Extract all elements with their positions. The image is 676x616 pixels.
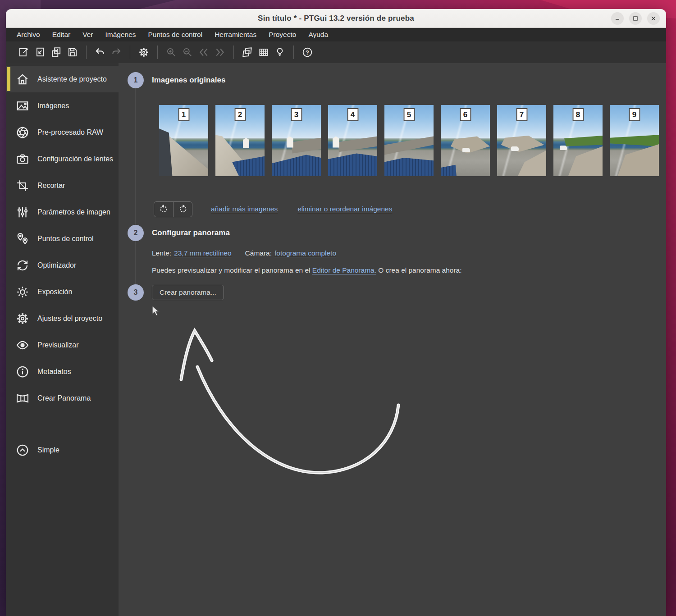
remove-reorder-images-link[interactable]: eliminar o reordenar imágenes: [297, 205, 392, 213]
rotate-cw-button[interactable]: [173, 202, 192, 217]
image-number-badge: 2: [234, 108, 246, 121]
sidebar-item-recortar[interactable]: Recortar: [6, 172, 119, 199]
maximize-button[interactable]: [629, 12, 642, 25]
zoom-in-button[interactable]: [163, 44, 179, 60]
panorama-editor-button[interactable]: [239, 44, 256, 60]
menu-ver[interactable]: Ver: [82, 31, 93, 39]
sidebar-item-simple[interactable]: Simple: [6, 437, 119, 463]
new-project-button[interactable]: [16, 44, 32, 60]
image-number-badge: 9: [629, 108, 640, 121]
rotate-ccw-button[interactable]: [154, 202, 173, 217]
source-images-strip: 1 2 3 4 5 6 7 8 9: [159, 105, 659, 176]
sidebar-item-pre-procesado-raw[interactable]: Pre-procesado RAW: [6, 119, 119, 146]
map-pins-icon: [15, 232, 30, 246]
help-icon: ?: [301, 46, 313, 58]
camera-value-link[interactable]: fotograma completo: [274, 249, 336, 257]
create-panorama-button[interactable]: Crear panorama...: [152, 285, 224, 300]
image-number-badge: 1: [178, 108, 189, 121]
redo-button[interactable]: [108, 44, 124, 60]
previous-image-icon: [198, 46, 210, 58]
sidebar-item-configuracion-de-lentes[interactable]: Configuración de lentes: [6, 146, 119, 172]
source-image-thumbnail[interactable]: 9: [610, 105, 659, 176]
sidebar-item-exposicion[interactable]: Exposición: [6, 278, 119, 305]
undo-button[interactable]: [92, 44, 108, 60]
settings-button[interactable]: [136, 44, 152, 60]
eye-icon: [15, 338, 30, 352]
sidebar-item-label: Metadatos: [37, 368, 71, 376]
toolbar-separator: [233, 46, 234, 59]
rotate-cw-icon: [178, 204, 188, 214]
help-button[interactable]: ?: [299, 44, 315, 60]
open-project-icon: [34, 46, 46, 58]
close-button[interactable]: [647, 12, 660, 25]
sidebar-item-label: Recortar: [37, 182, 65, 190]
sidebar-item-label: Crear Panorama: [37, 394, 91, 402]
detail-viewer-button[interactable]: [256, 44, 272, 60]
source-image-thumbnail[interactable]: 3: [272, 105, 321, 176]
step-3-badge: 3: [128, 284, 144, 301]
open-copy-button[interactable]: [48, 44, 64, 60]
sidebar-item-crear-panorama[interactable]: Crear Panorama: [6, 385, 119, 411]
sidebar-item-label: Puntos de control: [37, 235, 94, 243]
image-number-badge: 3: [291, 108, 302, 121]
panorama-editor-icon: [242, 46, 253, 58]
sidebar-item-metadatos[interactable]: Metadatos: [6, 358, 119, 385]
save-button[interactable]: [64, 44, 81, 60]
lens-camera-line: Lente: 23,7 mm rectilíneo Cámara: fotogr…: [152, 249, 336, 257]
source-image-thumbnail[interactable]: 4: [328, 105, 377, 176]
window-title: Sin título * - PTGui 13.2 versión de pru…: [6, 9, 666, 27]
sidebar-item-label: Previsualizar: [37, 341, 79, 349]
zoom-out-icon: [182, 46, 193, 58]
open-project-button[interactable]: [32, 44, 48, 60]
source-image-thumbnail[interactable]: 7: [497, 105, 546, 176]
lightbulb-icon: [274, 46, 286, 58]
menu-proyecto[interactable]: Proyecto: [269, 31, 296, 39]
thumbnail-photo-detail: [511, 146, 519, 151]
sidebar-item-imagenes[interactable]: Imágenes: [6, 92, 119, 119]
undo-icon: [94, 46, 106, 58]
lens-value-link[interactable]: 23,7 mm rectilíneo: [174, 249, 232, 257]
toolbar: ?: [6, 41, 666, 63]
mouse-cursor: [152, 306, 162, 316]
sidebar-item-puntos-de-control[interactable]: Puntos de control: [6, 225, 119, 252]
source-image-thumbnail[interactable]: 8: [553, 105, 603, 176]
thumbnail-photo-detail: [333, 137, 339, 148]
image-number-badge: 5: [403, 108, 415, 121]
panorama-editor-link[interactable]: Editor de Panorama.: [312, 266, 376, 274]
source-image-thumbnail[interactable]: 6: [441, 105, 490, 176]
zoom-out-button[interactable]: [179, 44, 196, 60]
source-image-thumbnail[interactable]: 5: [384, 105, 434, 176]
menu-imagenes[interactable]: Imágenes: [105, 31, 136, 39]
gear-icon: [15, 312, 30, 325]
rotate-ccw-icon: [159, 204, 169, 214]
home-icon: [15, 73, 30, 86]
next-image-button[interactable]: [212, 44, 228, 60]
save-icon: [67, 46, 78, 58]
assistant-hint-button[interactable]: [272, 44, 288, 60]
menu-puntos-de-control[interactable]: Puntos de control: [148, 31, 203, 39]
toolbar-separator: [86, 46, 87, 59]
sidebar-item-asistente-de-proyecto[interactable]: Asistente de proyecto: [6, 66, 119, 92]
image-number-badge: 7: [516, 108, 527, 121]
previous-image-button[interactable]: [196, 44, 212, 60]
thumbnail-photo-detail: [287, 137, 293, 148]
menu-herramientas[interactable]: Herramientas: [215, 31, 256, 39]
source-image-thumbnail[interactable]: 2: [215, 105, 265, 176]
sidebar-item-label: Asistente de proyecto: [37, 75, 107, 83]
source-image-thumbnail[interactable]: 1: [159, 105, 208, 176]
add-more-images-link[interactable]: añadir más imagenes: [211, 205, 278, 213]
sidebar-item-previsualizar[interactable]: Previsualizar: [6, 332, 119, 358]
menu-ayuda[interactable]: Ayuda: [308, 31, 328, 39]
image-number-badge: 8: [572, 108, 584, 121]
preview-sentence: Puedes previsualizar y modificar el pano…: [152, 266, 462, 274]
sidebar-item-parametros-de-imagen[interactable]: Parámetros de imagen: [6, 199, 119, 225]
thumbnail-photo-detail: [644, 161, 659, 176]
minimize-button[interactable]: [611, 12, 624, 25]
sidebar-item-ajustes-del-proyecto[interactable]: Ajustes del proyecto: [6, 305, 119, 332]
sidebar-item-label: Parámetros de imagen: [37, 208, 110, 216]
menu-editar[interactable]: Editar: [52, 31, 71, 39]
menu-archivo[interactable]: Archivo: [17, 31, 40, 39]
sidebar-item-optimizador[interactable]: Optimizador: [6, 252, 119, 278]
sidebar-item-label: Simple: [37, 446, 59, 454]
titlebar[interactable]: Sin título * - PTGui 13.2 versión de pru…: [6, 9, 666, 28]
